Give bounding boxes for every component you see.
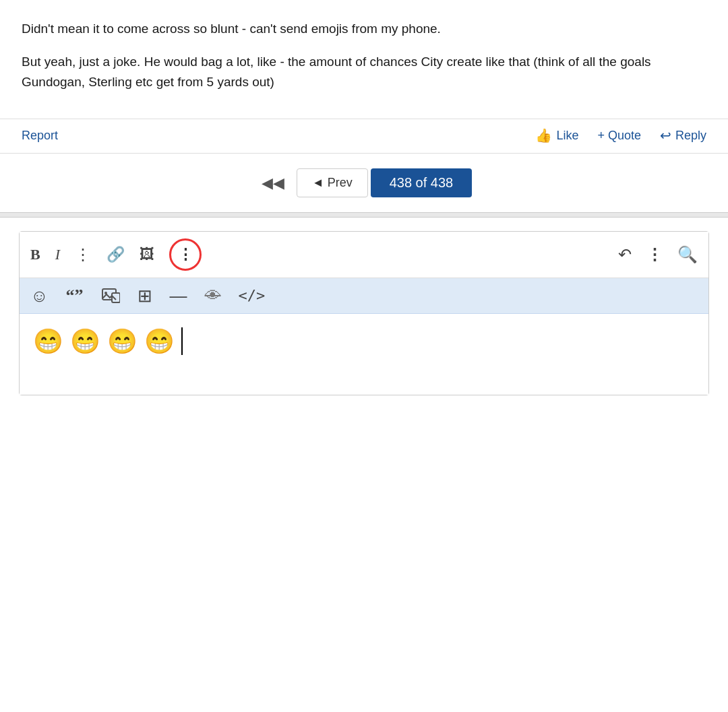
reply-icon: ↩ [660,127,671,143]
like-icon: 👍 [535,127,552,143]
horizontal-rule-button[interactable]: — [170,287,187,304]
more-options-button-2[interactable]: ⋮ [646,247,663,263]
post-actions-bar: Report 👍 Like + Quote ↩ Reply [0,119,728,153]
blockquote-button[interactable]: “” [66,287,84,304]
post-paragraph-1: Didn't mean it to come across so blunt -… [22,19,706,38]
italic-button[interactable]: I [55,247,60,262]
image-button[interactable]: 🖼 [140,247,154,262]
quote-button[interactable]: + Quote [597,129,641,143]
link-button[interactable]: 🔗 [107,247,125,262]
prev-page-button[interactable]: ◄ Prev [297,168,368,197]
editor-toolbar-top: B I ⋮ 🔗 🖼 ⋮ ↶ ⋮ 🔍 [20,232,708,278]
reply-editor: B I ⋮ 🔗 🖼 ⋮ ↶ ⋮ 🔍 ☺ “” ⊞ — 👁 </> 😁 😁 [19,231,709,395]
action-group: 👍 Like + Quote ↩ Reply [535,127,706,143]
post-body: Didn't mean it to come across so blunt -… [0,0,728,119]
reply-button[interactable]: ↩ Reply [660,127,706,143]
undo-button[interactable]: ↶ [618,247,632,263]
report-button[interactable]: Report [22,129,58,143]
hide-button[interactable]: 👁 [205,288,221,304]
post-paragraph-2: But yeah, just a joke. He would bag a lo… [22,52,706,92]
first-page-button[interactable]: ◀◀ [256,170,290,196]
editor-toolbar-bottom: ☺ “” ⊞ — 👁 </> [20,278,708,314]
section-divider [0,212,728,218]
like-button[interactable]: 👍 Like [535,127,578,143]
editor-emoji-content: 😁 😁 😁 😁 [33,326,183,358]
pagination-bar: ◀◀ ◄ Prev 438 of 438 [0,153,728,212]
table-button[interactable]: ⊞ [138,287,152,304]
emoji-button[interactable]: ☺ [30,287,49,304]
search-doc-button[interactable]: 🔍 [677,247,698,263]
more-options-circle-icon: ⋮ [178,247,193,262]
more-options-button-1[interactable]: ⋮ [75,247,92,263]
code-button[interactable]: </> [239,288,266,303]
text-cursor [175,327,183,355]
editor-content-area[interactable]: 😁 😁 😁 😁 [20,314,708,395]
more-options-circle-button[interactable]: ⋮ [169,238,202,271]
media-button[interactable] [101,286,120,305]
bold-button[interactable]: B [30,247,40,262]
current-page-indicator: 438 of 438 [371,168,473,197]
